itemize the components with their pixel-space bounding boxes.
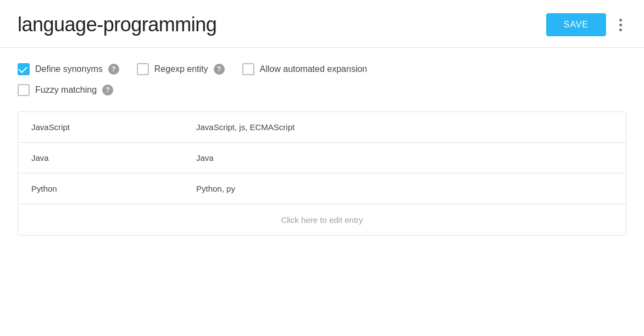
more-dot-1 bbox=[619, 19, 622, 21]
page-title: language-programming bbox=[18, 13, 216, 36]
table-cell-key: Java bbox=[18, 144, 183, 171]
define-synonyms-label: Define synonyms bbox=[35, 64, 103, 74]
add-entry-row[interactable]: Click here to edit entry bbox=[18, 204, 626, 235]
table-cell-value: Java bbox=[183, 144, 626, 171]
fuzzy-matching-checkbox[interactable] bbox=[18, 84, 30, 96]
allow-automated-expansion-checkbox[interactable] bbox=[242, 63, 254, 75]
more-dot-2 bbox=[619, 24, 622, 26]
regexp-entity-checkbox[interactable] bbox=[137, 63, 149, 75]
save-button[interactable]: SAVE bbox=[546, 13, 607, 36]
table-cell-key: JavaScript bbox=[18, 114, 183, 141]
regexp-entity-label: Regexp entity bbox=[154, 64, 208, 74]
more-dot-3 bbox=[619, 29, 622, 31]
define-synonyms-checkbox[interactable] bbox=[18, 63, 30, 75]
table-cell-key: Python bbox=[18, 175, 183, 202]
table-row[interactable]: Java Java bbox=[18, 143, 626, 173]
regexp-entity-help-icon[interactable]: ? bbox=[214, 64, 225, 75]
header: language-programming SAVE bbox=[0, 0, 644, 48]
regexp-entity-item[interactable]: Regexp entity ? bbox=[137, 63, 225, 75]
header-actions: SAVE bbox=[546, 13, 627, 36]
table-row[interactable]: Python Python, py bbox=[18, 173, 626, 204]
add-entry-label: Click here to edit entry bbox=[281, 215, 363, 225]
more-options-button[interactable] bbox=[615, 14, 626, 36]
define-synonyms-item[interactable]: Define synonyms ? bbox=[18, 63, 119, 75]
synonyms-table: JavaScript JavaScript, js, ECMAScript Ja… bbox=[18, 111, 626, 236]
table-cell-value: JavaScript, js, ECMAScript bbox=[183, 114, 626, 141]
allow-automated-expansion-label: Allow automated expansion bbox=[260, 64, 368, 74]
table-row[interactable]: JavaScript JavaScript, js, ECMAScript bbox=[18, 112, 626, 143]
fuzzy-matching-item[interactable]: Fuzzy matching ? bbox=[18, 84, 113, 96]
fuzzy-matching-label: Fuzzy matching bbox=[35, 85, 97, 95]
options-row-2: Fuzzy matching ? bbox=[18, 84, 626, 96]
table-cell-value: Python, py bbox=[183, 175, 626, 202]
options-row-1: Define synonyms ? Regexp entity ? Allow … bbox=[18, 63, 626, 75]
page-container: language-programming SAVE Define synonym… bbox=[0, 0, 644, 336]
allow-automated-expansion-item[interactable]: Allow automated expansion bbox=[242, 63, 368, 75]
options-section: Define synonyms ? Regexp entity ? Allow … bbox=[0, 48, 644, 107]
fuzzy-matching-help-icon[interactable]: ? bbox=[102, 85, 113, 96]
define-synonyms-help-icon[interactable]: ? bbox=[108, 64, 119, 75]
